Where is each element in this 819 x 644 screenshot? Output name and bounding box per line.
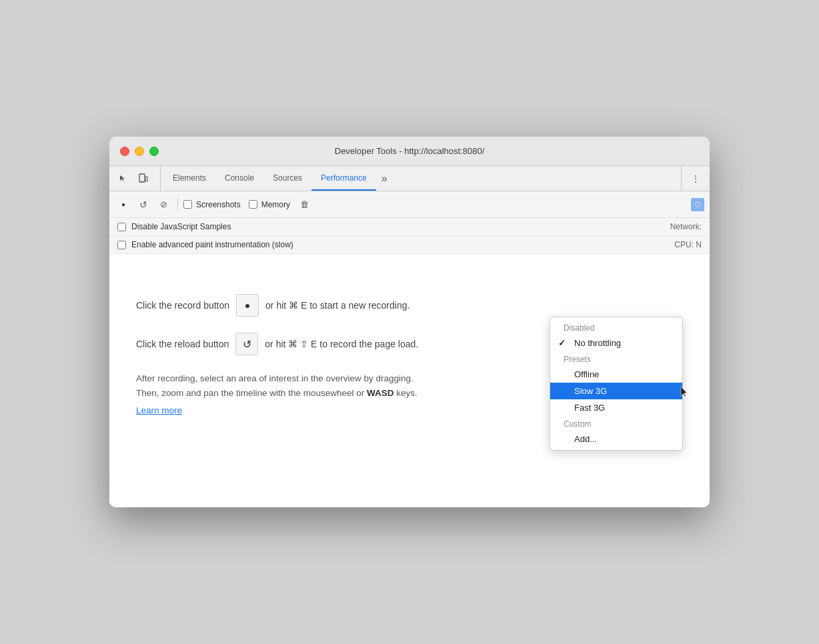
device-icon-btn[interactable]	[135, 170, 152, 187]
menu-section-disabled: Disabled	[550, 320, 682, 335]
minimize-button[interactable]	[135, 147, 144, 156]
settings-row-1: Disable JavaScript Samples Network:	[109, 218, 710, 236]
reload-inline-btn[interactable]: ↺	[235, 333, 258, 355]
record-inline-btn[interactable]: ●	[236, 294, 259, 317]
menu-section-presets: Presets	[550, 351, 682, 366]
devtools-menu-btn[interactable]: ⋮	[687, 170, 704, 187]
traffic-lights	[120, 147, 159, 156]
tabbar-right: ⋮	[681, 166, 704, 191]
tab-elements[interactable]: Elements	[163, 166, 215, 191]
tab-performance[interactable]: Performance	[311, 166, 376, 191]
main-content: Click the record button ● or hit ⌘ E to …	[109, 254, 710, 507]
devtools-icon-group	[115, 166, 161, 191]
menu-item-slow3g[interactable]: Slow 3G	[550, 383, 682, 399]
network-throttle-dropdown: Disabled No throttling Presets Offline S…	[550, 317, 683, 451]
menu-item-add[interactable]: Add...	[550, 431, 682, 447]
tab-console[interactable]: Console	[215, 166, 263, 191]
titlebar: Developer Tools - http://localhost:8080/	[109, 137, 710, 166]
advanced-paint-checkbox[interactable]	[117, 241, 126, 249]
performance-toolbar: ● ↺ ⊘ Screenshots Memory 🗑 ⬡	[109, 191, 710, 218]
disable-js-samples-checkbox[interactable]	[117, 223, 126, 231]
menu-item-fast3g[interactable]: Fast 3G	[550, 399, 682, 416]
screenshots-checkbox-group[interactable]: Screenshots	[183, 200, 241, 209]
tabbar: Elements Console Sources Performance » ⋮	[109, 166, 710, 191]
toolbar-sep-1	[177, 198, 178, 211]
instruction-record: Click the record button ● or hit ⌘ E to …	[136, 294, 683, 317]
menu-item-offline[interactable]: Offline	[550, 366, 682, 383]
cursor-icon-btn[interactable]	[115, 170, 132, 187]
memory-checkbox-group[interactable]: Memory	[249, 200, 290, 209]
svg-point-2	[141, 181, 143, 182]
reload-record-btn[interactable]: ↺	[135, 196, 152, 213]
screenshots-checkbox[interactable]	[183, 200, 192, 209]
maximize-button[interactable]	[149, 147, 159, 156]
tab-sources[interactable]: Sources	[263, 166, 311, 191]
learn-more-link[interactable]: Learn more	[136, 405, 182, 415]
tab-more-btn[interactable]: »	[376, 166, 393, 191]
devtools-window: Developer Tools - http://localhost:8080/…	[109, 137, 710, 507]
menu-item-no-throttling[interactable]: No throttling	[550, 335, 682, 351]
menu-section-custom: Custom	[550, 416, 682, 431]
svg-rect-1	[145, 177, 147, 181]
clear-recording-btn[interactable]: 🗑	[295, 196, 313, 213]
clear-btn-toolbar[interactable]: ⊘	[155, 196, 172, 213]
settings-row-2: Enable advanced paint instrumentation (s…	[109, 236, 710, 254]
record-btn[interactable]: ●	[115, 196, 132, 213]
memory-checkbox[interactable]	[249, 200, 257, 209]
close-button[interactable]	[120, 147, 129, 156]
window-title: Developer Tools - http://localhost:8080/	[335, 146, 485, 156]
